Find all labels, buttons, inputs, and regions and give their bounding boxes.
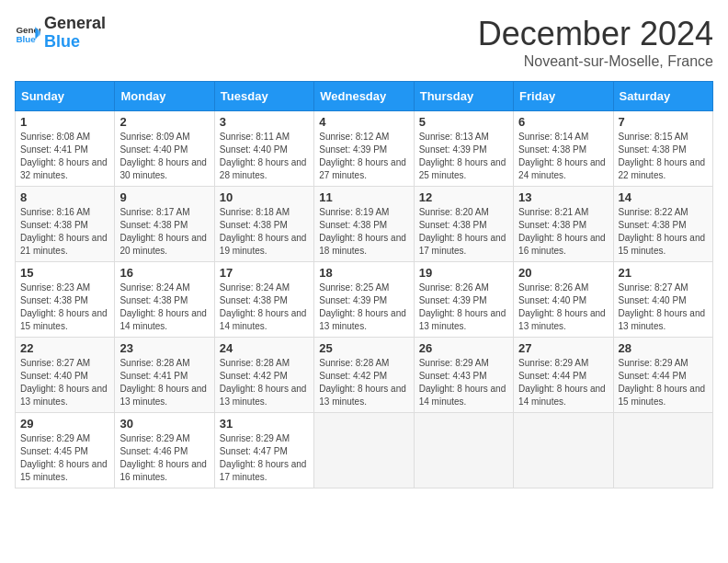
- calendar-cell: 26Sunrise: 8:29 AMSunset: 4:43 PMDayligh…: [414, 338, 513, 413]
- column-header-saturday: Saturday: [613, 82, 712, 111]
- calendar-cell: 21Sunrise: 8:27 AMSunset: 4:40 PMDayligh…: [613, 262, 712, 338]
- calendar-cell: 9Sunrise: 8:17 AMSunset: 4:38 PMDaylight…: [115, 187, 214, 262]
- calendar-cell: 25Sunrise: 8:28 AMSunset: 4:42 PMDayligh…: [314, 338, 414, 413]
- calendar-cell: 6Sunrise: 8:14 AMSunset: 4:38 PMDaylight…: [514, 111, 613, 187]
- calendar-cell: 24Sunrise: 8:28 AMSunset: 4:42 PMDayligh…: [214, 338, 313, 413]
- column-header-friday: Friday: [514, 82, 613, 111]
- day-info: Sunrise: 8:26 AMSunset: 4:40 PMDaylight:…: [518, 282, 608, 333]
- day-number: 25: [319, 341, 408, 355]
- location-title: Noveant-sur-Moselle, France: [478, 53, 713, 70]
- day-info: Sunrise: 8:27 AMSunset: 4:40 PMDaylight:…: [20, 357, 109, 408]
- calendar-cell: 30Sunrise: 8:29 AMSunset: 4:46 PMDayligh…: [115, 413, 214, 488]
- day-info: Sunrise: 8:28 AMSunset: 4:42 PMDaylight:…: [220, 357, 309, 408]
- day-info: Sunrise: 8:16 AMSunset: 4:38 PMDaylight:…: [20, 206, 109, 258]
- column-header-tuesday: Tuesday: [214, 82, 313, 111]
- day-info: Sunrise: 8:20 AMSunset: 4:38 PMDaylight:…: [419, 206, 508, 258]
- day-info: Sunrise: 8:29 AMSunset: 4:43 PMDaylight:…: [419, 357, 508, 408]
- calendar-cell: 1Sunrise: 8:08 AMSunset: 4:41 PMDaylight…: [16, 111, 115, 187]
- day-number: 15: [20, 266, 109, 280]
- column-header-sunday: Sunday: [16, 82, 115, 111]
- week-row-5: 29Sunrise: 8:29 AMSunset: 4:45 PMDayligh…: [16, 413, 713, 488]
- week-row-2: 8Sunrise: 8:16 AMSunset: 4:38 PMDaylight…: [16, 187, 713, 262]
- day-info: Sunrise: 8:12 AMSunset: 4:39 PMDaylight:…: [319, 131, 408, 182]
- day-number: 26: [419, 341, 508, 355]
- day-number: 18: [319, 266, 408, 280]
- calendar-cell: 22Sunrise: 8:27 AMSunset: 4:40 PMDayligh…: [16, 338, 115, 413]
- calendar-cell: 20Sunrise: 8:26 AMSunset: 4:40 PMDayligh…: [514, 262, 613, 338]
- calendar-cell: 27Sunrise: 8:29 AMSunset: 4:44 PMDayligh…: [514, 338, 613, 413]
- day-info: Sunrise: 8:21 AMSunset: 4:38 PMDaylight:…: [518, 206, 608, 258]
- day-number: 1: [20, 115, 109, 129]
- calendar-cell: 2Sunrise: 8:09 AMSunset: 4:40 PMDaylight…: [115, 111, 214, 187]
- calendar-cell: [514, 413, 613, 488]
- day-number: 29: [20, 417, 109, 431]
- day-number: 12: [419, 190, 508, 204]
- day-number: 22: [20, 341, 109, 355]
- day-number: 4: [319, 115, 408, 129]
- day-number: 13: [518, 190, 608, 204]
- column-header-thursday: Thursday: [414, 82, 513, 111]
- calendar-cell: 11Sunrise: 8:19 AMSunset: 4:38 PMDayligh…: [314, 187, 414, 262]
- day-info: Sunrise: 8:14 AMSunset: 4:38 PMDaylight:…: [518, 131, 608, 182]
- column-header-wednesday: Wednesday: [314, 82, 414, 111]
- calendar-cell: 4Sunrise: 8:12 AMSunset: 4:39 PMDaylight…: [314, 111, 414, 187]
- day-number: 28: [619, 341, 708, 355]
- calendar-cell: 16Sunrise: 8:24 AMSunset: 4:38 PMDayligh…: [115, 262, 214, 338]
- calendar-cell: 15Sunrise: 8:23 AMSunset: 4:38 PMDayligh…: [16, 262, 115, 338]
- day-info: Sunrise: 8:29 AMSunset: 4:47 PMDaylight:…: [220, 432, 309, 484]
- day-info: Sunrise: 8:18 AMSunset: 4:38 PMDaylight:…: [220, 206, 309, 258]
- day-info: Sunrise: 8:26 AMSunset: 4:39 PMDaylight:…: [419, 282, 508, 333]
- day-info: Sunrise: 8:29 AMSunset: 4:44 PMDaylight:…: [518, 357, 608, 408]
- logo-blue-text: Blue: [44, 33, 106, 52]
- calendar-cell: 5Sunrise: 8:13 AMSunset: 4:39 PMDaylight…: [414, 111, 513, 187]
- day-info: Sunrise: 8:24 AMSunset: 4:38 PMDaylight:…: [220, 282, 309, 333]
- day-info: Sunrise: 8:11 AMSunset: 4:40 PMDaylight:…: [220, 131, 309, 182]
- column-header-monday: Monday: [115, 82, 214, 111]
- day-number: 19: [419, 266, 508, 280]
- day-number: 24: [220, 341, 309, 355]
- day-number: 10: [220, 190, 309, 204]
- calendar-cell: 28Sunrise: 8:29 AMSunset: 4:44 PMDayligh…: [613, 338, 712, 413]
- day-number: 16: [119, 266, 209, 280]
- header-row: SundayMondayTuesdayWednesdayThursdayFrid…: [16, 82, 713, 111]
- calendar-cell: 12Sunrise: 8:20 AMSunset: 4:38 PMDayligh…: [414, 187, 513, 262]
- day-number: 3: [220, 115, 309, 129]
- calendar-cell: 19Sunrise: 8:26 AMSunset: 4:39 PMDayligh…: [414, 262, 513, 338]
- calendar-cell: 10Sunrise: 8:18 AMSunset: 4:38 PMDayligh…: [214, 187, 313, 262]
- calendar-cell: 23Sunrise: 8:28 AMSunset: 4:41 PMDayligh…: [115, 338, 214, 413]
- header: General Blue General Blue December 2024 …: [15, 15, 713, 70]
- day-number: 30: [119, 417, 209, 431]
- month-title: December 2024: [478, 15, 713, 53]
- logo-icon: General Blue: [15, 20, 40, 46]
- calendar-cell: 18Sunrise: 8:25 AMSunset: 4:39 PMDayligh…: [314, 262, 414, 338]
- day-info: Sunrise: 8:22 AMSunset: 4:38 PMDaylight:…: [619, 206, 708, 258]
- calendar-cell: 29Sunrise: 8:29 AMSunset: 4:45 PMDayligh…: [16, 413, 115, 488]
- calendar-cell: 3Sunrise: 8:11 AMSunset: 4:40 PMDaylight…: [214, 111, 313, 187]
- day-number: 7: [619, 115, 708, 129]
- week-row-3: 15Sunrise: 8:23 AMSunset: 4:38 PMDayligh…: [16, 262, 713, 338]
- day-number: 27: [518, 341, 608, 355]
- day-number: 9: [119, 190, 209, 204]
- svg-text:Blue: Blue: [16, 34, 36, 44]
- calendar-cell: 8Sunrise: 8:16 AMSunset: 4:38 PMDaylight…: [16, 187, 115, 262]
- day-number: 8: [20, 190, 109, 204]
- day-number: 23: [119, 341, 209, 355]
- day-number: 31: [220, 417, 309, 431]
- day-info: Sunrise: 8:28 AMSunset: 4:42 PMDaylight:…: [319, 357, 408, 408]
- calendar-cell: [613, 413, 712, 488]
- day-info: Sunrise: 8:23 AMSunset: 4:38 PMDaylight:…: [20, 282, 109, 333]
- day-info: Sunrise: 8:29 AMSunset: 4:45 PMDaylight:…: [20, 432, 109, 484]
- day-info: Sunrise: 8:19 AMSunset: 4:38 PMDaylight:…: [319, 206, 408, 258]
- day-number: 11: [319, 190, 408, 204]
- day-number: 14: [619, 190, 708, 204]
- day-info: Sunrise: 8:09 AMSunset: 4:40 PMDaylight:…: [119, 131, 209, 182]
- day-number: 6: [518, 115, 608, 129]
- day-info: Sunrise: 8:15 AMSunset: 4:38 PMDaylight:…: [619, 131, 708, 182]
- day-info: Sunrise: 8:24 AMSunset: 4:38 PMDaylight:…: [119, 282, 209, 333]
- calendar-cell: [414, 413, 513, 488]
- calendar-cell: 14Sunrise: 8:22 AMSunset: 4:38 PMDayligh…: [613, 187, 712, 262]
- day-info: Sunrise: 8:29 AMSunset: 4:46 PMDaylight:…: [119, 432, 209, 484]
- title-section: December 2024 Noveant-sur-Moselle, Franc…: [478, 15, 713, 70]
- week-row-4: 22Sunrise: 8:27 AMSunset: 4:40 PMDayligh…: [16, 338, 713, 413]
- calendar-cell: 7Sunrise: 8:15 AMSunset: 4:38 PMDaylight…: [613, 111, 712, 187]
